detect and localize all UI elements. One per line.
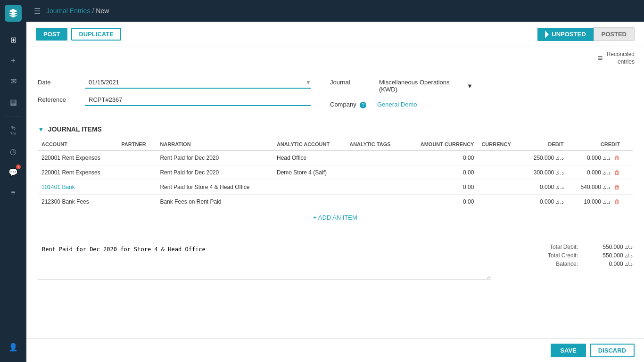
cell-credit: 540.000 د.ك 🗑 — [568, 180, 624, 194]
delete-row-button[interactable]: 🗑 — [614, 184, 620, 190]
table-header-row: ACCOUNT PARTNER NARRATION ANALYTIC ACCOU… — [38, 139, 633, 150]
cell-amount-currency: 0.00 — [405, 165, 478, 180]
cell-debit: 0.000 د.ك — [522, 194, 568, 209]
section-header: ▼ JOURNAL ITEMS — [38, 125, 633, 133]
cell-narration: Rent Paid for Dec 2020 — [156, 150, 273, 165]
company-label: Company ? — [330, 101, 377, 108]
toolbar: POST DUPLICATE UNPOSTED POSTED — [26, 22, 644, 47]
col-credit: CREDIT — [568, 139, 624, 150]
balance-row: Balance: 0.000 د.ك — [501, 261, 633, 267]
chat-badge: 1 — [16, 165, 21, 169]
collapse-icon[interactable]: ▼ — [38, 125, 44, 133]
journal-arrow-icon: ▼ — [467, 82, 554, 90]
journal-value: Miscellaneous Operations (KWD) — [379, 79, 467, 93]
footer: SAVE DISCARD — [26, 338, 644, 362]
table-row: 101401 Bank Rent Paid for Store 4 & Head… — [38, 180, 633, 194]
cell-analytic-account — [273, 180, 346, 194]
app-logo[interactable] — [5, 5, 22, 22]
plus-icon[interactable]: ＋ — [5, 52, 22, 69]
cell-analytic-tags — [346, 194, 404, 209]
date-label: Date — [38, 79, 85, 86]
main-area: ☰ Journal Entries / New POST DUPLICATE U… — [26, 0, 644, 362]
company-row: Company ? General Demo — [330, 101, 556, 108]
add-item-button[interactable]: + ADD AN ITEM — [38, 209, 633, 226]
col-currency: CURRENCY — [478, 139, 522, 150]
balance-value: 0.000 د.ك — [586, 261, 633, 267]
cell-amount-currency: 0.00 — [405, 150, 478, 165]
sidebar: ⊞ ＋ ✉ ▦ % 7% ◷ 💬 1 ≡ 👤 — [0, 0, 26, 362]
cell-debit: 300.000 د.ك — [522, 165, 568, 180]
cell-analytic-tags — [346, 165, 404, 180]
delete-row-button[interactable]: 🗑 — [614, 198, 620, 205]
reconciled-bar: ≡ Reconciled entries — [26, 47, 644, 69]
delete-row-button[interactable]: 🗑 — [614, 155, 620, 161]
cell-analytic-tags — [346, 150, 404, 165]
section-title: JOURNAL ITEMS — [48, 125, 102, 133]
cell-account: 212300 Bank Fees — [38, 194, 117, 209]
cell-currency — [478, 180, 522, 194]
content-area: POST DUPLICATE UNPOSTED POSTED ≡ Reconci… — [26, 22, 644, 338]
cell-analytic-account — [273, 194, 346, 209]
company-value[interactable]: General Demo — [377, 101, 417, 108]
status-unposted[interactable]: UNPOSTED — [537, 28, 593, 41]
form-section: Date ▼ Reference Journal — [26, 69, 644, 122]
mail-icon[interactable]: ✉ — [5, 73, 22, 90]
col-debit: DEBIT — [522, 139, 568, 150]
reference-input[interactable] — [85, 94, 311, 106]
form-right: Journal Miscellaneous Operations (KWD) ▼… — [330, 77, 556, 114]
reconciled-text: Reconciled entries — [607, 51, 635, 66]
cell-narration: Bank Fees on Rent Paid — [156, 194, 273, 209]
cell-narration: Rent Paid for Store 4 & Head Office — [156, 180, 273, 194]
date-row: Date ▼ — [38, 77, 311, 89]
breadcrumb-separator: / — [92, 7, 94, 15]
date-arrow-icon: ▼ — [305, 79, 311, 86]
save-button[interactable]: SAVE — [551, 344, 586, 357]
total-credit-label: Total Credit: — [548, 252, 578, 259]
cell-credit: 0.000 د.ك 🗑 — [568, 165, 624, 180]
calendar-icon[interactable]: ▦ — [5, 93, 22, 110]
clock-icon[interactable]: ◷ — [5, 143, 22, 160]
discard-button[interactable]: DISCARD — [590, 344, 635, 357]
bottom-section: Rent Paid for Dec 2020 for Store 4 & Hea… — [26, 234, 644, 288]
table-row: 220001 Rent Expenses Rent Paid for Dec 2… — [38, 150, 633, 165]
total-debit-row: Total Debit: 550.000 د.ك — [501, 244, 633, 250]
journal-row: Journal Miscellaneous Operations (KWD) ▼ — [330, 77, 556, 95]
total-debit-label: Total Debit: — [550, 244, 578, 250]
cell-partner — [117, 165, 156, 180]
reconciled-icon[interactable]: ≡ — [598, 53, 603, 63]
chat-icon[interactable]: 💬 1 — [5, 164, 22, 181]
date-input[interactable] — [85, 77, 305, 88]
duplicate-button[interactable]: DUPLICATE — [71, 28, 121, 41]
cell-analytic-account: Demo Store 4 (Saif) — [273, 165, 346, 180]
cell-partner — [117, 150, 156, 165]
company-info-icon[interactable]: ? — [360, 102, 366, 108]
journal-select[interactable]: Miscellaneous Operations (KWD) ▼ — [377, 77, 556, 95]
cell-account[interactable]: 101401 Bank — [38, 180, 117, 194]
breadcrumb-current: New — [96, 7, 109, 15]
date-field-wrapper: ▼ — [85, 77, 311, 89]
cell-account: 220001 Rent Expenses — [38, 150, 117, 165]
total-credit-value: 550.000 د.ك — [586, 252, 633, 259]
cell-debit: 250.000 د.ك — [522, 150, 568, 165]
col-partner: PARTNER — [117, 139, 156, 150]
journal-label: Journal — [330, 79, 377, 86]
topnav: ☰ Journal Entries / New — [26, 0, 644, 22]
journal-items-section: ▼ JOURNAL ITEMS ACCOUNT PARTNER NARRATIO… — [26, 122, 644, 234]
cell-currency — [478, 194, 522, 209]
status-posted[interactable]: POSTED — [594, 27, 635, 41]
list-icon[interactable]: ≡ — [5, 184, 22, 201]
post-button[interactable]: POST — [36, 28, 67, 41]
notes-area: Rent Paid for Dec 2020 for Store 4 & Hea… — [38, 242, 491, 281]
hamburger-icon[interactable]: ☰ — [34, 7, 41, 16]
total-debit-value: 550.000 د.ك — [586, 244, 633, 250]
sidebar-divider — [6, 116, 20, 116]
grid-icon[interactable]: ⊞ — [5, 31, 22, 48]
col-narration: NARRATION — [156, 139, 273, 150]
delete-row-button[interactable]: 🗑 — [614, 169, 620, 176]
breadcrumb: Journal Entries / New — [46, 7, 109, 15]
notes-textarea[interactable]: Rent Paid for Dec 2020 for Store 4 & Hea… — [38, 242, 491, 280]
breadcrumb-parent[interactable]: Journal Entries — [46, 7, 90, 15]
user-icon[interactable]: 👤 — [5, 338, 22, 355]
percent-icon[interactable]: % 7% — [5, 122, 22, 139]
form-left: Date ▼ Reference — [38, 77, 311, 114]
